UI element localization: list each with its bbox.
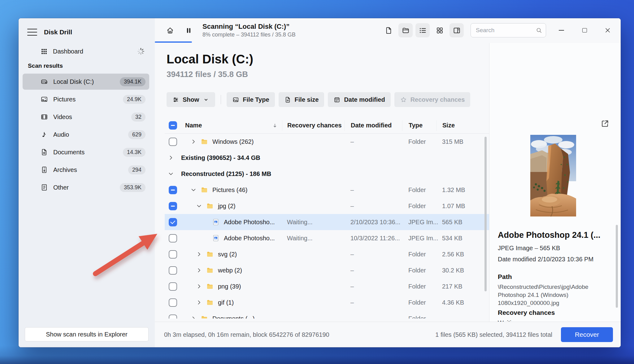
filter-chip-file-size[interactable]: File size bbox=[279, 92, 324, 107]
column-header-type[interactable]: Type bbox=[402, 120, 436, 131]
sidebar-item-other[interactable]: Other 353.9K bbox=[23, 179, 149, 195]
file-date-modified: Date modified 2/10/2023 10:36 PM bbox=[498, 256, 593, 263]
row-checkbox[interactable] bbox=[169, 138, 177, 146]
videos-icon bbox=[40, 113, 48, 121]
row-checkbox[interactable] bbox=[169, 282, 177, 291]
group-name: Reconstructed (2125) - 186 MB bbox=[181, 170, 271, 178]
table-row[interactable]: png (39) – Folder 217 KB bbox=[165, 278, 489, 294]
sidebar-item-label: Local Disk (C:) bbox=[53, 78, 94, 85]
path-label: Path bbox=[498, 273, 512, 280]
row-checkbox[interactable] bbox=[169, 234, 177, 242]
row-checkbox[interactable] bbox=[169, 298, 177, 307]
count-badge: 294 bbox=[128, 165, 145, 174]
folder-view-button[interactable] bbox=[398, 23, 413, 37]
cell-date-modified: – bbox=[344, 203, 402, 210]
cell-date-modified: – bbox=[344, 251, 402, 258]
chevron-right-icon[interactable] bbox=[190, 139, 197, 145]
cell-date-modified: – bbox=[344, 138, 402, 145]
pause-scan-button[interactable] bbox=[181, 23, 196, 37]
cell-type: Folder bbox=[402, 251, 436, 258]
disk-drill-window: Disk Drill Dashboard Scan results bbox=[19, 18, 621, 347]
column-header-size[interactable]: Size bbox=[436, 120, 489, 131]
row-checkbox[interactable] bbox=[169, 218, 177, 226]
home-button[interactable] bbox=[163, 23, 177, 37]
chevron-right-icon[interactable] bbox=[196, 299, 202, 306]
sidebar-item-label: Dashboard bbox=[53, 48, 83, 55]
column-header-date[interactable]: Date modified bbox=[344, 120, 402, 131]
count-badge: 629 bbox=[128, 130, 145, 139]
table-row[interactable]: svg (2) – Folder 2.56 KB bbox=[165, 246, 489, 262]
filter-chip-recovery-chances[interactable]: Recovery chances bbox=[394, 92, 471, 107]
table-row[interactable]: Documents (...) – Folder bbox=[165, 310, 489, 319]
filter-chip-date-modified[interactable]: Date modified bbox=[328, 92, 390, 107]
table-row[interactable]: jpg (2) – Folder 1.07 MB bbox=[165, 198, 489, 214]
window-controls bbox=[557, 26, 612, 35]
filter-chip-file-type[interactable]: File Type bbox=[227, 92, 275, 107]
open-preview-button[interactable] bbox=[600, 119, 610, 129]
minimize-button[interactable] bbox=[557, 26, 566, 35]
chevron-down-icon[interactable] bbox=[168, 171, 174, 177]
chevron-right-icon[interactable] bbox=[168, 155, 174, 161]
cell-date-modified: – bbox=[344, 267, 402, 274]
calendar-icon bbox=[333, 96, 341, 103]
status-bar: 0h 3m elapsed, 0h 16m remain, block 6542… bbox=[155, 322, 621, 347]
panel-scrollbar[interactable] bbox=[616, 225, 618, 308]
table-row[interactable]: Pictures (46) – Folder 1.32 MB bbox=[165, 182, 489, 198]
chevron-right-icon[interactable] bbox=[190, 315, 197, 319]
group-row[interactable]: Reconstructed (2125) - 186 MB bbox=[165, 166, 489, 182]
list-view-button[interactable] bbox=[415, 23, 430, 37]
folder-icon bbox=[206, 202, 214, 210]
row-checkbox[interactable] bbox=[169, 186, 177, 194]
file-name: svg (2) bbox=[218, 251, 237, 258]
sidebar-item-dashboard[interactable]: Dashboard bbox=[23, 44, 149, 59]
table-scrollbar[interactable] bbox=[484, 137, 487, 291]
maximize-button[interactable] bbox=[580, 26, 589, 35]
table-row[interactable]: Windows (262) – Folder 315 MB bbox=[165, 134, 489, 150]
desktop-wallpaper: Disk Drill Dashboard Scan results bbox=[0, 0, 634, 364]
chevron-down-icon[interactable] bbox=[196, 203, 202, 209]
preview-panel-button[interactable] bbox=[449, 23, 464, 37]
filter-chip-show[interactable]: Show bbox=[167, 92, 215, 107]
sidebar-item-pictures[interactable]: Pictures 24.9K bbox=[23, 91, 149, 107]
chevron-right-icon[interactable] bbox=[196, 251, 202, 257]
close-button[interactable] bbox=[603, 26, 612, 35]
row-checkbox[interactable] bbox=[169, 315, 177, 319]
select-all-checkbox[interactable] bbox=[169, 121, 177, 130]
preview-panel: Adobe Photoshop 24.1 (... JPEG Image – 5… bbox=[489, 43, 621, 322]
row-checkbox[interactable] bbox=[169, 266, 177, 275]
chevron-right-icon[interactable] bbox=[196, 283, 202, 289]
table-row[interactable]: Adobe Photosho... Waiting... 2/10/2023 1… bbox=[165, 214, 489, 230]
search-input[interactable] bbox=[471, 23, 546, 37]
chevron-right-icon[interactable] bbox=[196, 267, 202, 273]
cell-size: 565 KB bbox=[436, 219, 489, 226]
show-in-explorer-button[interactable]: Show scan results in Explorer bbox=[25, 327, 149, 341]
sidebar-item-local-disk[interactable]: Local Disk (C:) 394.1K bbox=[23, 74, 149, 90]
chevron-down-icon[interactable] bbox=[190, 187, 197, 193]
grid-view-button[interactable] bbox=[432, 23, 447, 37]
file-name: Windows (262) bbox=[212, 138, 254, 145]
table-row[interactable]: webp (2) – Folder 30.2 KB bbox=[165, 262, 489, 278]
file-view-button[interactable] bbox=[381, 23, 396, 37]
column-header-name[interactable]: Name bbox=[181, 120, 282, 131]
column-header-recovery[interactable]: Recovery chances bbox=[282, 120, 344, 131]
cell-type: Folder bbox=[402, 203, 436, 210]
cell-type: Folder bbox=[402, 267, 436, 274]
group-row[interactable]: Existing (390652) - 34.4 GB bbox=[165, 150, 489, 166]
pause-icon bbox=[185, 26, 193, 35]
row-checkbox[interactable] bbox=[169, 202, 177, 210]
sidebar-item-archives[interactable]: Archives 294 bbox=[23, 162, 149, 178]
recover-button[interactable]: Recover bbox=[561, 327, 613, 342]
hamburger-menu-icon[interactable] bbox=[27, 29, 37, 36]
file-icon bbox=[384, 26, 393, 35]
folder-icon bbox=[206, 283, 214, 290]
sidebar-item-videos[interactable]: Videos 32 bbox=[23, 109, 149, 125]
cell-recovery: Waiting... bbox=[282, 235, 344, 242]
table-row[interactable]: gif (1) – Folder 4.36 KB bbox=[165, 294, 489, 310]
sidebar-item-documents[interactable]: Documents 14.3K bbox=[23, 144, 149, 160]
sidebar-item-audio[interactable]: Audio 629 bbox=[23, 126, 149, 143]
cell-type: JPEG Im... bbox=[402, 219, 436, 226]
image-file-icon bbox=[212, 218, 219, 226]
count-badge: 353.9K bbox=[120, 183, 145, 192]
table-row[interactable]: Adobe Photosho... Waiting... 10/3/2022 1… bbox=[165, 230, 489, 246]
row-checkbox[interactable] bbox=[169, 250, 177, 259]
